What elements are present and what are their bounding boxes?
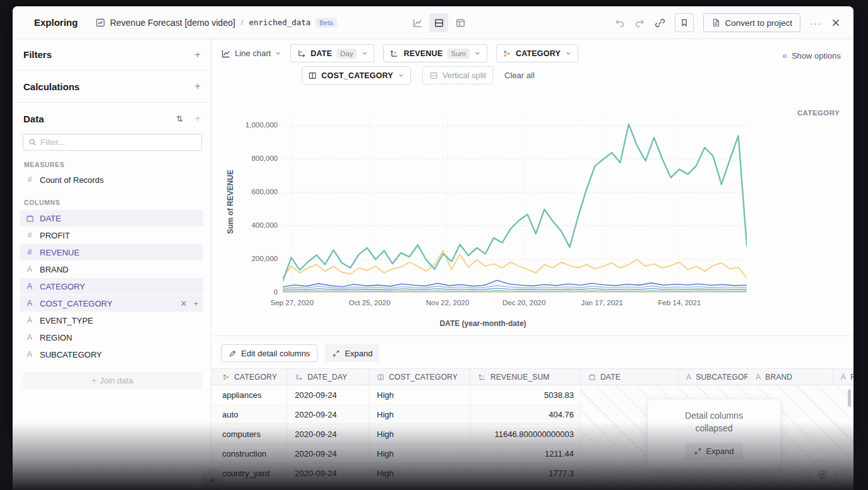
- header-brand[interactable]: A BRAND: [748, 369, 833, 385]
- split-columns-icon: [377, 373, 384, 381]
- column-item-subcategory[interactable]: A SUBCATEGORY: [20, 346, 203, 363]
- show-options-button[interactable]: « Show options: [782, 50, 841, 61]
- filters-section-header[interactable]: Filters +: [13, 39, 211, 71]
- header-date-day[interactable]: x DATE_DAY: [287, 369, 369, 385]
- cell-date-day: 2020-09-24: [287, 444, 369, 464]
- column-item-date[interactable]: DATE: [20, 210, 203, 226]
- svg-text:y: y: [482, 374, 484, 378]
- add-data-button[interactable]: +: [194, 112, 201, 125]
- header-region[interactable]: A REGION: [833, 369, 853, 385]
- header-cost-category[interactable]: COST_CATEGORY: [369, 369, 470, 385]
- header-date[interactable]: DATE: [581, 369, 679, 385]
- clear-all-button[interactable]: Clear all: [504, 71, 535, 80]
- collapsed-expand-button[interactable]: Expand: [685, 443, 743, 460]
- hash-icon: #: [25, 175, 34, 184]
- remove-column-icon[interactable]: ✕: [181, 299, 187, 308]
- expand-icon: [332, 349, 340, 358]
- convert-to-project-label: Convert to project: [725, 18, 792, 28]
- y-axis-field-pill[interactable]: y REVENUE Sum: [383, 44, 487, 62]
- x-granularity-chip[interactable]: Day: [336, 49, 357, 59]
- text-type-icon: A: [25, 350, 34, 359]
- chart-type-dropdown[interactable]: Line chart: [221, 49, 282, 59]
- chevron-down-icon: [361, 50, 368, 57]
- titlebar: Exploring Revenue Forecast [demo video] …: [13, 6, 853, 39]
- column-filter-input[interactable]: [40, 137, 196, 147]
- column-filter-box: [23, 134, 202, 151]
- bookmark-button[interactable]: [675, 13, 694, 32]
- measure-count-of-records[interactable]: # Count of Records: [20, 172, 203, 188]
- show-options-label: Show options: [792, 51, 841, 61]
- header-label: DATE_DAY: [307, 373, 347, 382]
- expand-detail-button[interactable]: Expand: [325, 344, 379, 362]
- copy-link-icon[interactable]: [655, 18, 665, 28]
- collapse-panel-button[interactable]: «: [201, 469, 224, 490]
- column-item-profit[interactable]: # PROFIT: [20, 227, 203, 243]
- section-divider: [211, 335, 853, 336]
- document-icon: [711, 18, 720, 27]
- chevron-double-left-icon: «: [782, 50, 787, 61]
- filters-title: Filters: [23, 49, 52, 60]
- series-computers: [283, 124, 747, 281]
- x-tick-label: Jan 17, 2021: [581, 299, 623, 306]
- chart-view-toggle[interactable]: [408, 13, 427, 32]
- edit-detail-columns-button[interactable]: Edit detail columns: [221, 344, 318, 362]
- header-subcategory[interactable]: A SUBCATEGORY: [679, 369, 748, 385]
- split-field-pill[interactable]: COST_CATEGORY: [302, 66, 411, 85]
- svg-text:x: x: [297, 373, 299, 377]
- color-dots-icon: [222, 373, 230, 381]
- calculations-section-header[interactable]: Calculations +: [13, 71, 211, 103]
- column-item-region[interactable]: A REGION: [20, 329, 203, 346]
- y-axis-icon: y: [478, 373, 486, 381]
- cell-category: auto: [211, 405, 287, 424]
- detail-columns-collapsed-popup: Detail columns collapsed Expand: [647, 399, 781, 469]
- expand-detail-label: Expand: [345, 349, 372, 358]
- cell-revenue-sum: 5038.83: [470, 385, 581, 405]
- column-label: SUBCATEGORY: [40, 350, 102, 359]
- table-view-toggle[interactable]: [451, 13, 470, 32]
- cell-revenue-sum: 1211.44: [470, 444, 581, 464]
- add-column-icon[interactable]: +: [193, 299, 198, 308]
- column-label: EVENT_TYPE: [40, 316, 93, 325]
- join-data-button[interactable]: + Join data: [23, 372, 202, 389]
- table-scrollbar[interactable]: [848, 389, 851, 407]
- more-options-icon[interactable]: ···: [810, 18, 821, 28]
- text-type-icon: A: [25, 299, 34, 308]
- breadcrumb-dataset[interactable]: enriched_data: [249, 18, 311, 27]
- header-revenue-sum[interactable]: y REVENUE_SUM: [470, 369, 581, 385]
- split-view-toggle[interactable]: [429, 13, 448, 32]
- color-field-pill[interactable]: CATEGORY: [496, 44, 578, 62]
- column-item-brand[interactable]: A BRAND: [20, 261, 203, 277]
- column-item-event-type[interactable]: A EVENT_TYPE: [20, 312, 203, 329]
- breadcrumb-separator: /: [241, 18, 244, 27]
- add-calculation-button[interactable]: +: [194, 80, 201, 93]
- undo-icon[interactable]: [614, 18, 625, 28]
- x-tick-label: Feb 14, 2021: [658, 299, 701, 306]
- split-field-label: COST_CATEGORY: [321, 71, 393, 80]
- cell-cost-category: High: [369, 444, 470, 464]
- sort-columns-icon[interactable]: ⇅: [176, 114, 183, 124]
- calendar-icon: [25, 214, 34, 223]
- revenue-line-chart[interactable]: [283, 108, 747, 293]
- view-toggles: [408, 13, 470, 32]
- redo-icon[interactable]: [634, 18, 645, 28]
- vertical-split-button[interactable]: Vertical split: [422, 66, 493, 85]
- column-label: CATEGORY: [40, 282, 85, 291]
- x-axis-icon: x: [297, 49, 306, 58]
- x-axis-field-pill[interactable]: x DATE Day: [290, 44, 374, 62]
- column-item-revenue[interactable]: # REVENUE: [20, 244, 203, 260]
- add-filter-button[interactable]: +: [194, 49, 201, 61]
- chart-type-label: Line chart: [235, 49, 271, 58]
- close-icon[interactable]: [831, 18, 841, 28]
- y-tick-label: 0: [274, 288, 278, 296]
- y-aggregation-chip[interactable]: Sum: [447, 49, 470, 59]
- convert-to-project-button[interactable]: Convert to project: [703, 13, 800, 32]
- y-axis-tick-labels: 0200,000400,000600,000800,0001,000,000: [221, 108, 278, 293]
- cell-revenue-sum: 404.76: [470, 405, 581, 424]
- header-label: COST_CATEGORY: [389, 373, 458, 382]
- breadcrumb-project[interactable]: Revenue Forecast [demo video]: [110, 18, 235, 28]
- scroll-target-button[interactable]: ◎: [809, 460, 836, 487]
- header-category[interactable]: CATEGORY: [215, 369, 287, 385]
- column-label: BRAND: [40, 265, 69, 274]
- column-item-category[interactable]: A CATEGORY: [20, 278, 203, 295]
- column-item-cost-category[interactable]: A COST_CATEGORY ✕ +: [20, 295, 203, 312]
